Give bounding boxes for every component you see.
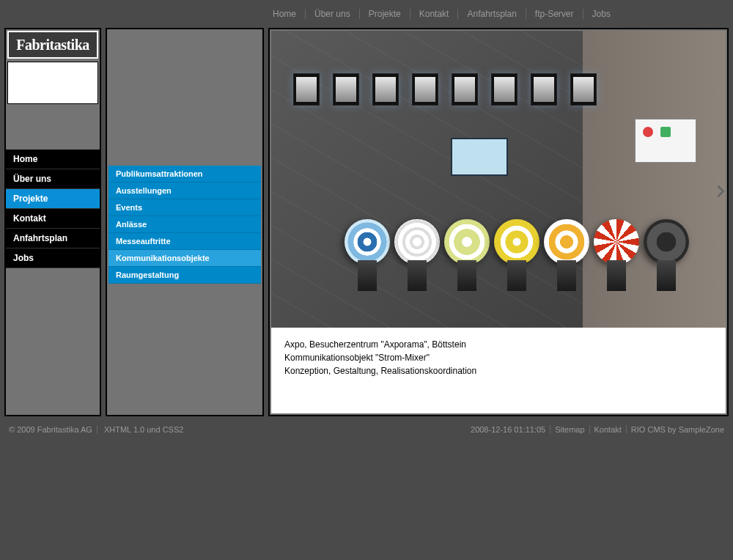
topnav-link[interactable]: Jobs (583, 9, 619, 19)
logo-text: Fabritastika (16, 37, 89, 54)
topnav-link[interactable]: Kontakt (410, 9, 459, 19)
caption-box: Axpo, Besucherzentrum "Axporama", Böttst… (271, 328, 726, 413)
mixer-wheels (345, 219, 689, 291)
footer-right: 2008-12-16 01:11:05SitemapKontaktRIO CMS… (466, 425, 729, 434)
left-panel: Fabritastika HomeÜber unsProjekteKontakt… (4, 28, 101, 416)
mixer-wheel (444, 219, 490, 291)
caption-line: Konzeption, Gestaltung, Realisationskoor… (284, 364, 712, 377)
mixer-wheel (494, 219, 539, 291)
sub-nav-item[interactable]: Publikumsattraktionen (108, 166, 261, 183)
logo-secondary-box (7, 62, 98, 104)
mixer-wheel (594, 219, 639, 291)
sub-nav-item[interactable]: Ausstellungen (108, 183, 261, 199)
mixer-wheel (644, 219, 689, 291)
mixer-wheel (544, 219, 589, 291)
info-screen (451, 138, 508, 176)
footer-copyright: © 2009 Fabritastika AG (4, 425, 97, 434)
primary-nav-item[interactable]: Home (6, 150, 100, 169)
mixer-wheel (394, 219, 440, 291)
footer-link[interactable]: Sitemap (555, 425, 584, 434)
side-screen (635, 119, 696, 163)
primary-nav-item[interactable]: Projekte (6, 189, 100, 209)
monitor-strip (293, 73, 597, 106)
footer: © 2009 Fabritastika AG XHTML 1.0 und CSS… (0, 419, 733, 440)
primary-nav-item[interactable]: Kontakt (6, 209, 100, 229)
footer-timestamp: 2008-12-16 01:11:05 (466, 425, 550, 434)
topnav-link[interactable]: Projekte (360, 9, 410, 19)
sub-nav-item[interactable]: Messeauftritte (108, 233, 261, 250)
mixer-wheel (345, 219, 390, 291)
wall-monitor (412, 73, 438, 106)
primary-nav-item[interactable]: Anfahrtsplan (6, 229, 100, 248)
caption-line: Kommunikationsobjekt "Strom-Mixer" (284, 351, 712, 364)
logo[interactable]: Fabritastika (7, 31, 98, 59)
footer-link-wrap: Kontakt (590, 425, 627, 434)
primary-nav: HomeÜber unsProjekteKontaktAnfahrtsplanJ… (6, 150, 100, 268)
sub-panel: PublikumsattraktionenAusstellungenEvents… (106, 28, 264, 416)
next-arrow[interactable] (712, 183, 729, 202)
caption-line: Axpo, Besucherzentrum "Axporama", Böttst… (284, 338, 712, 351)
sub-nav-item[interactable]: Kommunikationsobjekte (108, 250, 261, 267)
wall-monitor (570, 73, 597, 106)
content-frame: Fabritastika HomeÜber unsProjekteKontakt… (0, 28, 733, 416)
footer-link-wrap: Sitemap (550, 425, 589, 434)
topnav-link[interactable]: Home (264, 9, 306, 19)
wall-monitor (452, 73, 478, 106)
sub-nav-item[interactable]: Raumgestaltung (108, 267, 261, 284)
footer-link[interactable]: Kontakt (594, 425, 622, 434)
chevron-right-icon (712, 183, 729, 199)
primary-nav-item[interactable]: Über uns (6, 169, 100, 189)
project-image (271, 31, 726, 328)
wall-monitor (491, 73, 517, 106)
sub-nav-item[interactable]: Anlässe (108, 216, 261, 233)
wall-monitor (531, 73, 557, 106)
topnav-link[interactable]: Anfahrtsplan (458, 9, 526, 19)
footer-link-wrap: RIO CMS by SampleZone (627, 425, 729, 434)
primary-nav-item[interactable]: Jobs (6, 248, 100, 268)
wall-monitor (293, 73, 320, 106)
sub-nav: PublikumsattraktionenAusstellungenEvents… (107, 166, 262, 284)
sub-nav-item[interactable]: Events (108, 199, 261, 216)
topnav-link[interactable]: ftp-Server (526, 9, 583, 19)
footer-link[interactable]: RIO CMS by SampleZone (631, 425, 724, 434)
footer-left: © 2009 Fabritastika AG XHTML 1.0 und CSS… (4, 425, 188, 434)
main-panel: Axpo, Besucherzentrum "Axporama", Böttst… (268, 28, 729, 416)
top-nav: HomeÜber unsProjekteKontaktAnfahrtsplanf… (0, 0, 733, 28)
topnav-link[interactable]: Über uns (306, 9, 360, 19)
wall-monitor (333, 73, 359, 106)
footer-standards: XHTML 1.0 und CSS2 (100, 425, 188, 434)
wall-monitor (372, 73, 399, 106)
